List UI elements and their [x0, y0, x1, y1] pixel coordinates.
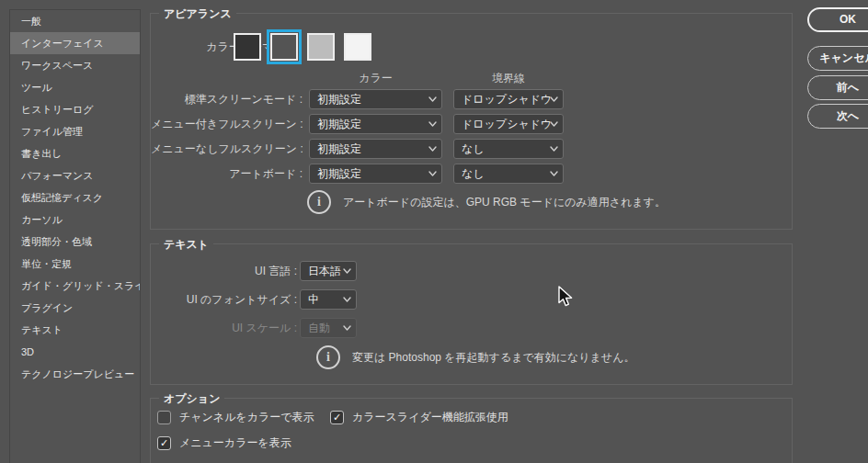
show-menu-colors-checkbox[interactable]: ✓	[157, 436, 171, 450]
ui-font-size-select-value: 中	[308, 293, 319, 306]
fullscreen-color-select[interactable]: 初期設定	[309, 139, 442, 159]
chevron-down-icon	[343, 267, 351, 275]
artboards-border-select[interactable]: なし	[453, 164, 564, 184]
options-section-title: オプション	[159, 391, 224, 407]
row-label-ui-scaling: UI スケール :	[151, 318, 297, 338]
text-section: テキスト i 変更は Photoshop を再起動するまで有効になりません。 U…	[150, 243, 793, 385]
row-label-fullscreen: メニューなしフルスクリーン :	[151, 139, 303, 159]
restart-info: i 変更は Photoshop を再起動するまで有効になりません。	[316, 345, 634, 369]
options-section: オプション ✓チャンネルをカラーで表示✓カラースライダー機能拡張使用✓メニューカ…	[150, 398, 793, 463]
checkbox-row-show-menu-colors: ✓メニューカラーを表示	[157, 435, 291, 451]
row-label-ui-font-size: UI のフォントサイズ :	[151, 289, 297, 310]
standard-screen-mode-color-select-value: 初期設定	[317, 93, 361, 106]
chevron-down-icon	[428, 170, 437, 177]
color-theme-swatch-theme-lightest[interactable]	[344, 33, 371, 61]
show-channels-in-color-label: チャンネルをカラーで表示	[179, 410, 314, 425]
sidebar-item-export[interactable]: 書き出し	[10, 142, 140, 164]
sidebar-item-scratch-disks[interactable]: 仮想記憶ディスク	[10, 186, 140, 209]
artboards-color-select[interactable]: 初期設定	[309, 164, 442, 184]
info-icon: i	[316, 345, 340, 369]
show-menu-colors-label: メニューカラーを表示	[179, 435, 291, 451]
color-theme-swatch-theme-dark[interactable]	[270, 33, 298, 61]
chevron-down-icon	[428, 120, 437, 128]
fullscreen-with-menus-color-select[interactable]: 初期設定	[309, 114, 442, 134]
sidebar-item-technology-previews[interactable]: テクノロジープレビュー	[10, 363, 140, 385]
standard-screen-mode-color-select[interactable]: 初期設定	[309, 89, 442, 109]
ui-scaling-select: 自動	[300, 318, 357, 338]
sidebar-item-performance[interactable]: パフォーマンス	[10, 164, 140, 186]
sidebar-item-transparency-gamut[interactable]: 透明部分・色域	[10, 231, 140, 253]
fullscreen-with-menus-border-select[interactable]: ドロップシャドウ	[453, 114, 564, 134]
chevron-down-icon	[550, 120, 558, 128]
check-icon: ✓	[160, 437, 168, 448]
chevron-down-icon	[550, 145, 558, 152]
artboard-info-text: アートボードの設定は、GPU RGB モードにのみ適用されます。	[343, 195, 666, 210]
sidebar-item-units-rulers[interactable]: 単位・定規	[10, 253, 140, 275]
appearance-section: アピアランス カラーテーマ : カラー 境界線 i アートボードの設定は、GPU…	[150, 13, 793, 230]
artboards-border-select-value: なし	[462, 167, 485, 180]
sidebar-item-history-log[interactable]: ヒストリーログ	[10, 98, 140, 120]
sidebar-item-interface[interactable]: インターフェイス	[10, 32, 140, 54]
checkbox-row-show-channels-in-color: ✓チャンネルをカラーで表示	[157, 410, 314, 425]
standard-screen-mode-border-select[interactable]: ドロップシャドウ	[453, 89, 564, 109]
text-section-title: テキスト	[159, 237, 213, 253]
next-button[interactable]: 次へ	[807, 104, 868, 129]
preferences-category-list: 一般インターフェイスワークスペースツールヒストリーログファイル管理書き出しパフォ…	[9, 9, 141, 463]
fullscreen-color-select-value: 初期設定	[317, 142, 361, 155]
dynamic-color-sliders-checkbox[interactable]: ✓	[330, 411, 344, 424]
column-header-border: 境界線	[453, 71, 564, 86]
sidebar-item-workspace[interactable]: ワークスペース	[10, 54, 140, 76]
fullscreen-border-select[interactable]: なし	[453, 139, 564, 159]
color-theme-swatch-theme-darkest[interactable]	[234, 33, 261, 61]
ui-font-size-select[interactable]: 中	[300, 289, 357, 310]
restart-info-text: 変更は Photoshop を再起動するまで有効になりません。	[352, 350, 634, 366]
cancel-button[interactable]: キャンセル	[807, 46, 868, 71]
chevron-down-icon	[428, 96, 437, 103]
sidebar-item-type[interactable]: テキスト	[10, 319, 140, 341]
ui-language-select[interactable]: 日本語	[300, 261, 357, 281]
checkbox-row-dynamic-color-sliders: ✓カラースライダー機能拡張使用	[330, 410, 508, 425]
sidebar-item-general[interactable]: 一般	[10, 10, 140, 32]
prev-button[interactable]: 前へ	[807, 75, 868, 100]
chevron-down-icon	[428, 145, 437, 152]
fullscreen-border-select-value: なし	[462, 142, 485, 155]
artboard-info: i アートボードの設定は、GPU RGB モードにのみ適用されます。	[307, 190, 666, 214]
sidebar-item-plugins[interactable]: プラグイン	[10, 297, 140, 319]
row-label-standard-screen-mode: 標準スクリーンモード :	[151, 89, 303, 109]
dynamic-color-sliders-label: カラースライダー機能拡張使用	[352, 410, 508, 425]
sidebar-item-cursors[interactable]: カーソル	[10, 209, 140, 231]
info-icon: i	[307, 190, 331, 214]
row-label-ui-language: UI 言語 :	[151, 261, 297, 281]
chevron-down-icon	[550, 96, 558, 103]
color-theme-swatches	[234, 33, 371, 61]
color-theme-swatch-theme-light[interactable]	[307, 33, 335, 61]
column-header-color: カラー	[309, 71, 442, 86]
chevron-down-icon	[343, 324, 351, 332]
ok-button[interactable]: OK	[807, 7, 868, 32]
check-icon: ✓	[333, 412, 341, 423]
sidebar-item-tools[interactable]: ツール	[10, 76, 140, 98]
ui-language-select-value: 日本語	[308, 265, 341, 277]
row-label-fullscreen-with-menus: メニュー付きフルスクリーン :	[151, 114, 303, 134]
sidebar-item-3d[interactable]: 3D	[10, 341, 140, 363]
appearance-section-title: アピアランス	[159, 6, 236, 22]
artboards-color-select-value: 初期設定	[317, 167, 361, 180]
show-channels-in-color-checkbox[interactable]: ✓	[157, 411, 171, 424]
sidebar-item-file-handling[interactable]: ファイル管理	[10, 120, 140, 142]
chevron-down-icon	[550, 170, 558, 177]
standard-screen-mode-border-select-value: ドロップシャドウ	[462, 93, 552, 106]
fullscreen-with-menus-color-select-value: 初期設定	[317, 118, 361, 130]
ui-scaling-select-value: 自動	[308, 322, 330, 334]
chevron-down-icon	[343, 296, 351, 303]
fullscreen-with-menus-border-select-value: ドロップシャドウ	[462, 118, 552, 130]
sidebar-item-guides-grid-slices[interactable]: ガイド・グリッド・スライス	[10, 275, 140, 297]
row-label-artboards: アートボード :	[151, 164, 303, 184]
